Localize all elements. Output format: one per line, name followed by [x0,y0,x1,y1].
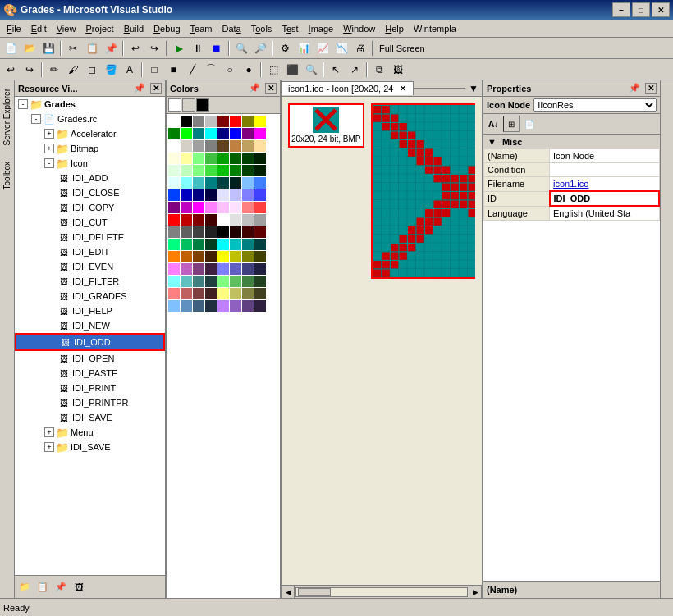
color-cell-62[interactable] [242,202,254,213]
menu-help[interactable]: Help [380,22,409,35]
maximize-button[interactable]: □ [632,2,650,17]
props-filename-link[interactable]: icon1.ico [553,179,588,189]
tb-curve[interactable]: ⌒ [202,61,220,79]
color-cell-46[interactable] [242,177,254,189]
color-cell-101[interactable] [230,263,241,275]
color-cell-70[interactable] [242,214,254,226]
icon-tab-expand[interactable]: ▼ [465,80,482,97]
tree-idi-filter[interactable]: 🖼 IDI_FILTER [15,274,165,289]
hscroll-left-btn[interactable]: ◀ [282,586,295,599]
color-cell-114[interactable] [193,288,204,299]
color-cell-2[interactable] [193,116,204,127]
color-cell-87[interactable] [254,239,266,250]
color-cell-79[interactable] [254,226,266,238]
props-type-dropdown[interactable]: IIconRes [533,98,657,112]
resource-tree[interactable]: - 📁 Grades - 📄 Grades.rc + 📁 Accelerator [15,97,165,575]
tb-save[interactable]: 💾 [39,39,57,57]
color-cell-54[interactable] [242,189,254,201]
color-cell-107[interactable] [205,276,217,287]
tb-search[interactable]: 🔍 [232,39,250,57]
tree-accelerator[interactable]: + 📁 Accelerator [15,126,165,141]
color-cell-66[interactable] [193,214,204,226]
menu-team[interactable]: Team [185,22,217,35]
color-cell-99[interactable] [205,263,217,275]
menu-project[interactable]: Project [80,22,118,35]
tb-copy-btn[interactable]: ⧉ [370,61,388,79]
color-cell-102[interactable] [242,263,254,275]
color-cell-16[interactable] [168,140,180,152]
props-pin[interactable]: 📌 [629,83,640,94]
color-cell-89[interactable] [181,251,192,262]
tb-paste[interactable]: 📌 [102,39,120,57]
color-cell-13[interactable] [230,128,241,139]
tb-fill[interactable]: 🪣 [102,61,120,79]
tb-eraser[interactable]: ◻ [83,61,101,79]
color-cell-51[interactable] [205,189,217,201]
color-cell-56[interactable] [168,202,180,213]
props-filename-value[interactable]: icon1.ico [550,177,660,192]
color-cell-85[interactable] [230,239,241,250]
color-cell-53[interactable] [230,189,241,201]
menu-data[interactable]: Data [217,22,245,35]
color-cell-58[interactable] [193,202,204,213]
res-tb-btn3[interactable]: 📌 [53,579,69,595]
color-cell-96[interactable] [168,263,180,275]
color-system-gray[interactable] [182,98,195,112]
menu-wintempla[interactable]: Wintempla [409,22,461,35]
tb-cut[interactable]: ✂ [64,39,82,57]
tree-expand-root[interactable]: - [18,99,28,109]
props-id-value[interactable]: IDI_ODD [550,191,660,206]
menu-view[interactable]: View [52,22,81,35]
props-language-value[interactable]: English (United Sta [550,206,660,221]
tb-stop[interactable]: ⏹ [208,39,226,57]
tree-idi-save[interactable]: 🖼 IDI_SAVE [15,410,165,425]
tree-idi-copy[interactable]: 🖼 IDI_COPY [15,200,165,215]
color-cell-84[interactable] [217,239,229,250]
minimize-button[interactable]: – [612,2,630,17]
tree-idi-cut[interactable]: 🖼 IDI_CUT [15,215,165,230]
color-cell-91[interactable] [205,251,217,262]
color-cell-9[interactable] [181,128,192,139]
color-cell-57[interactable] [181,202,192,213]
color-cell-82[interactable] [193,239,204,250]
color-cell-83[interactable] [205,239,217,250]
color-cell-88[interactable] [168,251,180,262]
color-cell-47[interactable] [254,177,266,189]
color-cell-60[interactable] [217,202,229,213]
close-button[interactable]: ✕ [652,2,670,17]
tb-select[interactable]: ⬚ [264,61,282,79]
tb-misc2[interactable]: 📊 [295,39,313,57]
color-cell-24[interactable] [168,153,180,164]
misc-expand-icon[interactable]: ▼ [488,137,497,147]
tb-redo[interactable]: ↪ [145,39,163,57]
tb-new[interactable]: 📄 [2,39,20,57]
tree-expand-acc[interactable]: + [44,129,54,139]
color-cell-71[interactable] [254,214,266,226]
color-cell-65[interactable] [181,214,192,226]
tb-icon-btn[interactable]: 🖼 [389,61,407,79]
color-cell-74[interactable] [193,226,204,238]
tree-expand-icon[interactable]: - [44,158,54,168]
color-cell-78[interactable] [242,226,254,238]
color-cell-12[interactable] [217,128,229,139]
tb-copy[interactable]: 📋 [83,39,101,57]
tree-idi-add[interactable]: 🖼 IDI_ADD [15,171,165,185]
tb-ellipse[interactable]: ○ [221,61,239,79]
color-cell-1[interactable] [181,116,192,127]
color-cell-10[interactable] [193,128,204,139]
tb-fillrect[interactable]: ■ [164,61,182,79]
tree-idi-print[interactable]: 🖼 IDI_PRINT [15,381,165,395]
tb-brush[interactable]: 🖌 [64,61,82,79]
tree-icon-folder[interactable]: - 📁 Icon [15,156,165,171]
color-cell-63[interactable] [254,202,266,213]
tree-idi-delete[interactable]: 🖼 IDI_DELETE [15,230,165,244]
server-explorer-tab[interactable]: Server Explorer [1,80,13,153]
tree-expand-st[interactable]: + [44,442,54,452]
color-cell-109[interactable] [230,276,241,287]
color-cell-31[interactable] [254,153,266,164]
hscroll-right-btn[interactable]: ▶ [469,586,482,599]
color-cell-124[interactable] [217,300,229,312]
icon-editor-tab[interactable]: icon1.ico - Icon [20x20, 24 ✕ [282,81,414,95]
colors-close[interactable]: ✕ [265,83,277,94]
color-cell-19[interactable] [205,140,217,152]
